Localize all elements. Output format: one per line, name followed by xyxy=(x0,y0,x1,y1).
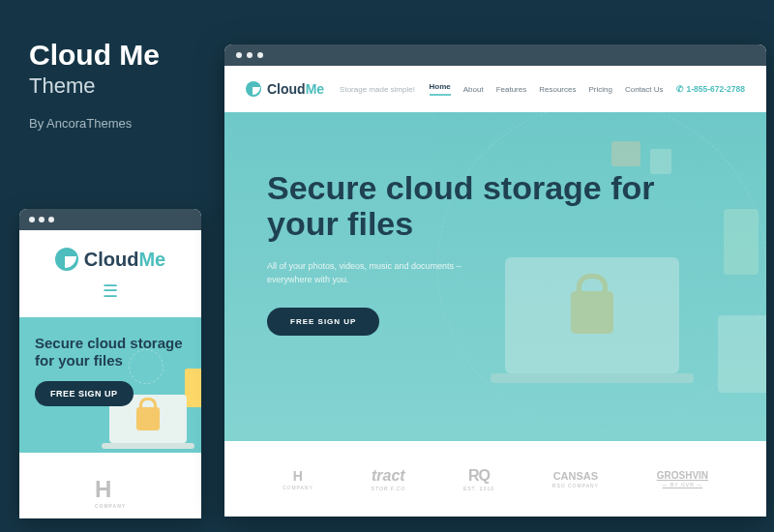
brand-logo-cansas: CANSASRSO COMPANY xyxy=(552,470,599,488)
page-title: Cloud Me xyxy=(29,39,160,72)
hero-title: Secure cloud storage for your files xyxy=(267,170,724,241)
nav-pricing[interactable]: Pricing xyxy=(588,85,611,94)
nav-features[interactable]: Features xyxy=(496,85,527,94)
brand-logo-rq: RQEST. 2010 xyxy=(463,467,494,491)
mobile-header: CloudMe ☰ xyxy=(19,230,201,317)
mobile-hero: Secure cloud storage for your files FREE… xyxy=(19,317,201,453)
window-dot-icon xyxy=(247,52,253,58)
mobile-preview-frame: CloudMe ☰ Secure cloud storage for your … xyxy=(19,209,201,518)
mobile-titlebar xyxy=(19,209,201,230)
window-dot-icon xyxy=(236,52,242,58)
brand-logo-h: HCOMPANY xyxy=(283,468,313,490)
brand-logo-groshvin: GROSHVIN— BY GVR — xyxy=(657,470,708,488)
window-dot-icon xyxy=(257,52,263,58)
phone-icon xyxy=(724,209,759,275)
picture-icon xyxy=(611,141,640,166)
page-byline: By AncoraThemes xyxy=(29,116,160,131)
nav-home[interactable]: Home xyxy=(430,82,451,96)
free-signup-button[interactable]: FREE SIGN UP xyxy=(35,381,134,406)
phone-number: 1-855-672-2788 xyxy=(687,84,746,94)
cloud-logo-icon xyxy=(55,248,78,271)
nav-resources[interactable]: Resources xyxy=(539,85,576,94)
logo-text: CloudMe xyxy=(267,81,324,97)
desktop-preview-frame: CloudMe Storage made simple! Home About … xyxy=(224,44,766,517)
free-signup-button[interactable]: FREE SIGN UP xyxy=(267,308,379,336)
nav-about[interactable]: About xyxy=(463,85,484,94)
mobile-hero-title: Secure cloud storage for your files xyxy=(35,335,186,369)
main-nav: Home About Features Resources Pricing Co… xyxy=(430,82,746,96)
window-dot-icon xyxy=(39,217,45,222)
hamburger-menu-icon[interactable]: ☰ xyxy=(103,281,118,302)
lock-icon xyxy=(136,407,160,430)
window-dot-icon xyxy=(48,217,54,222)
tablet-icon xyxy=(718,315,766,393)
brand-row: HCOMPANY tractSTOR F.CO RQEST. 2010 CANS… xyxy=(224,441,766,517)
phone-icon: ✆ xyxy=(676,84,684,94)
hero-subtitle: All of your photos, videos, music and do… xyxy=(267,260,724,286)
brand-logo-tract: tractSTOR F.CO xyxy=(372,467,406,491)
window-dot-icon xyxy=(29,217,35,222)
page-subtitle: Theme xyxy=(29,74,160,99)
desktop-titlebar xyxy=(224,44,766,66)
logo-text: CloudMe xyxy=(84,249,165,271)
mobile-brand-row: H COMPANY xyxy=(19,453,201,518)
cloud-logo-icon xyxy=(246,81,261,97)
desktop-header: CloudMe Storage made simple! Home About … xyxy=(224,66,766,112)
page-header: Cloud Me Theme By AncoraThemes xyxy=(29,39,160,131)
phone-link[interactable]: ✆ 1-855-672-2788 xyxy=(676,84,746,94)
logo[interactable]: CloudMe xyxy=(55,248,165,271)
brand-logo-h: H COMPANY xyxy=(95,476,126,509)
logo[interactable]: CloudMe xyxy=(246,81,324,97)
tagline: Storage made simple! xyxy=(340,85,415,94)
lock-icon xyxy=(571,291,613,334)
desktop-hero: Secure cloud storage for your files All … xyxy=(224,112,766,441)
nav-contact[interactable]: Contact Us xyxy=(625,85,664,94)
phone-icon xyxy=(185,369,201,407)
